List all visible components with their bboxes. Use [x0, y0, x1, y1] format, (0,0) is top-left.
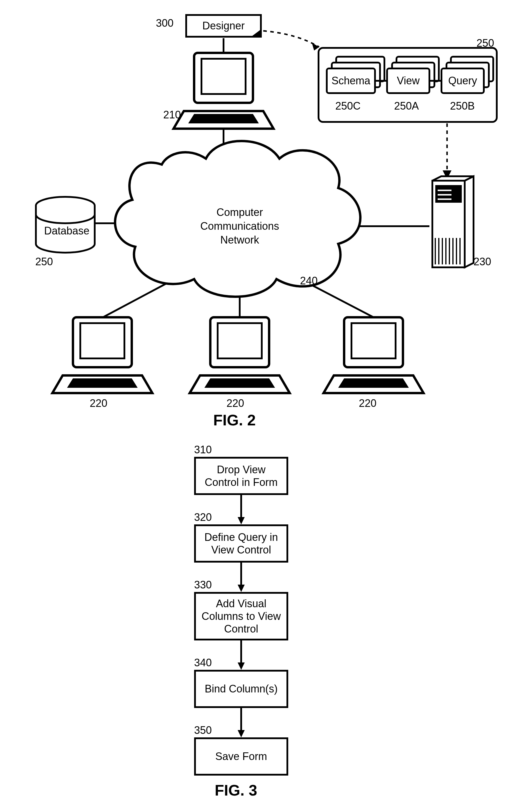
client-middle-shape [190, 317, 290, 393]
ref-step-310: 310 [194, 444, 212, 456]
database-label: Database [44, 225, 89, 237]
cloud-label: ComputerCommunicationsNetwork [200, 206, 279, 247]
ref-designer: 300 [156, 17, 173, 29]
svg-marker-40 [238, 585, 245, 592]
ref-step-340: 340 [194, 656, 212, 669]
ref-cloud: 240 [300, 275, 318, 287]
client-left-shape [52, 317, 152, 393]
ref-database: 250 [35, 256, 53, 268]
card-schema: Schema [326, 68, 376, 94]
ref-card-query: 250B [450, 100, 475, 112]
ref-card-view: 250A [394, 100, 419, 112]
svg-line-7 [103, 282, 169, 317]
ref-step-320: 320 [194, 511, 212, 523]
svg-rect-14 [435, 185, 462, 203]
ref-client-right: 220 [359, 397, 376, 409]
designer-label: Designer [203, 19, 245, 32]
fig3-title: FIG. 3 [215, 781, 257, 799]
svg-marker-12 [465, 176, 474, 267]
svg-rect-33 [351, 323, 395, 359]
svg-marker-44 [238, 730, 245, 737]
client-right-shape [323, 317, 423, 393]
svg-rect-31 [218, 323, 262, 359]
fig3-arrows [226, 457, 256, 809]
svg-line-9 [306, 282, 374, 317]
computer-top-shape [173, 53, 274, 129]
svg-marker-13 [432, 176, 474, 181]
svg-rect-29 [80, 323, 124, 359]
ref-computer-top: 210 [163, 109, 181, 121]
ref-panel: 250 [476, 37, 494, 49]
ref-client-left: 220 [90, 397, 107, 409]
card-schema-label: Schema [332, 74, 370, 87]
ref-server: 230 [474, 256, 491, 268]
ref-step-330: 330 [194, 579, 212, 591]
ref-client-middle: 220 [226, 397, 244, 409]
svg-marker-42 [238, 663, 245, 670]
fig2-title: FIG. 2 [213, 411, 255, 429]
svg-marker-34 [250, 29, 262, 38]
ref-step-350: 350 [194, 724, 212, 737]
server-shape [432, 176, 474, 267]
page: 300 Designer 210 ComputerCommunicationsN… [0, 0, 530, 812]
designer-notch [250, 29, 265, 41]
ref-card-schema: 250C [335, 100, 361, 112]
svg-marker-38 [238, 517, 245, 524]
panel-card-links [375, 76, 493, 88]
svg-marker-0 [312, 43, 319, 50]
svg-rect-27 [201, 59, 246, 94]
